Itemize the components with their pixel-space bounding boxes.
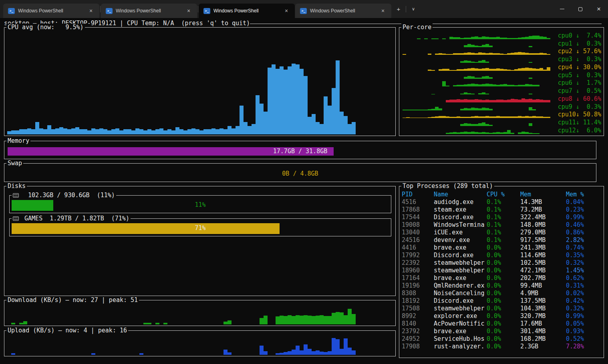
tab-close-icon[interactable]: ×	[86, 6, 96, 16]
core-label: cpu9 ↓ 0.3%	[558, 104, 601, 110]
cell-mem: 472.1MB	[520, 267, 566, 274]
cell-mem: 73.2MB	[520, 206, 566, 214]
download-title: Download (KB/s) — now: 27 | peak: 51	[6, 296, 139, 304]
core-sparkline	[403, 33, 550, 39]
cell-memp: 0.32%	[566, 305, 602, 312]
tab-close-icon[interactable]: ×	[183, 6, 194, 16]
core-label: cpu6 ↓ 1.7%	[558, 80, 601, 86]
core-label: cpu11↓ 11.4%	[558, 119, 601, 126]
cell-name: ServiceHub.Hos	[434, 335, 487, 343]
tab-strip: >_ Windows PowerShell × >_ Windows Power…	[0, 0, 392, 18]
core-label: cpu1 ↓ 0.3%	[558, 40, 601, 47]
cell-pid: 24952	[402, 335, 434, 343]
cell-mem: 99.4MB	[520, 282, 566, 290]
disk-games-header: GAMES 1.29TB / 1.82TB (71%)	[12, 215, 131, 222]
cell-pid: 18960	[402, 267, 434, 274]
cell-memp: 0.04%	[566, 198, 602, 206]
tab-close-icon[interactable]: ×	[378, 6, 388, 16]
cell-pid: 13040	[402, 229, 434, 236]
tab-windows-powershell-4[interactable]: >_ Windows PowerShell ×	[295, 4, 391, 18]
cell-memp: 0.99%	[566, 312, 602, 320]
tab-separator	[406, 6, 406, 12]
swap-bar: 0B / 4.8GB	[8, 170, 593, 178]
column-header: CPU %	[487, 191, 520, 198]
cell-name: rust-analyzer.	[434, 343, 487, 350]
cell-mem: 301.4MB	[520, 328, 566, 335]
cell-pid: 24516	[402, 236, 434, 244]
tab-label: Windows PowerShell	[18, 8, 83, 14]
per-core-panel: Per-core cpu0 ↓ 7.4%cpu1 ↓ 0.3%cpu2 ↓ 57…	[399, 27, 604, 136]
maximize-button[interactable]	[571, 0, 590, 18]
core-label: cpu0 ↓ 7.4%	[558, 32, 601, 39]
cell-mem: 4.9MB	[520, 290, 566, 297]
table-row: 19196QmlRenderer.ex0.0%99.4MB0.31%	[402, 282, 602, 290]
cell-cpu: 0.0%	[487, 320, 520, 328]
core-row: cpu1 ↓ 0.3%	[403, 39, 601, 47]
table-row: 18960steamwebhelper0.0%472.1MB1.45%	[402, 267, 602, 274]
cell-memp: 2.82%	[566, 236, 602, 244]
cell-name: iCUE.exe	[434, 229, 487, 236]
cell-cpu: 0.0%	[487, 259, 520, 267]
cell-pid: 23792	[402, 328, 434, 335]
core-label: cpu2 ↓ 57.6%	[558, 48, 601, 55]
tab-label: Windows PowerShell	[310, 8, 374, 14]
cell-mem: 322.4MB	[520, 214, 566, 221]
tab-dropdown-button[interactable]: ∨	[407, 2, 420, 16]
core-label: cpu12↓ 6.0%	[558, 127, 601, 134]
cell-pid: 17908	[402, 343, 434, 350]
core-row: cpu0 ↓ 7.4%	[403, 31, 601, 39]
disk-c-usage-text: 102.3GB / 930.6GB (11%)	[21, 192, 115, 199]
cell-cpu: 0.0%	[487, 274, 520, 282]
cell-memp: 0.35%	[566, 252, 602, 259]
download-history-chart	[7, 304, 393, 324]
minimize-button[interactable]	[553, 0, 571, 18]
cell-pid: 17868	[402, 206, 434, 214]
new-tab-button[interactable]: +	[392, 2, 405, 16]
core-row: cpu12↓ 6.0%	[403, 126, 601, 134]
tab-windows-powershell-2[interactable]: >_ Windows PowerShell ×	[101, 4, 197, 18]
upload-title: Upload (KB/s) — now: 4 | peak: 16	[6, 327, 128, 334]
terminal-viewport[interactable]: socktop — host: DESKTOP-9P19121 | CPU Te…	[0, 18, 608, 364]
close-window-button[interactable]: ×	[590, 0, 608, 18]
cell-pid: 8308	[402, 290, 434, 297]
core-label: cpu3 ↓ 0.3%	[558, 56, 601, 63]
table-row: 13040iCUE.exe0.1%279.0MB0.86%	[402, 229, 602, 236]
drive-icon	[13, 216, 19, 221]
disks-title: Disks	[6, 182, 27, 190]
cell-cpu: 0.0%	[487, 244, 520, 252]
cell-memp: 0.62%	[566, 274, 602, 282]
upload-history-chart	[7, 334, 393, 355]
core-label: cpu8 ↓ 60.6%	[558, 96, 601, 102]
minimize-icon	[560, 9, 564, 9]
cell-cpu: 0.1%	[487, 221, 520, 229]
cell-memp: 7.28%	[566, 343, 602, 350]
core-row: cpu2 ↓ 57.6%	[403, 47, 601, 55]
drive-icon	[13, 193, 19, 198]
disk-c-bar: 11%	[12, 200, 389, 211]
core-row: cpu9 ↓ 0.3%	[403, 102, 601, 110]
tab-close-icon[interactable]: ×	[281, 6, 292, 16]
core-sparkline	[403, 48, 550, 55]
core-row: cpu6 ↓ 1.7%	[403, 79, 601, 87]
cell-name: AcPowerNotific	[434, 320, 487, 328]
cell-memp: 0.42%	[566, 297, 602, 305]
cell-mem: 2.3GB	[520, 343, 566, 350]
cell-cpu: 0.0%	[487, 290, 520, 297]
top-processes-panel: Top Processes (289 total) PIDNameCPU %Me…	[399, 186, 604, 358]
cell-memp: 0.93%	[566, 328, 602, 335]
tab-separator	[198, 6, 198, 12]
cell-pid: 19008	[402, 221, 434, 229]
cell-memp: 0.02%	[566, 290, 602, 297]
cell-mem: 202.7MB	[520, 274, 566, 282]
cell-mem: 241.3MB	[520, 244, 566, 252]
swap-title: Swap	[6, 160, 23, 167]
tab-windows-powershell-3-active[interactable]: >_ Windows PowerShell ×	[199, 4, 295, 18]
cell-memp: 0.74%	[566, 244, 602, 252]
cell-name: QmlRenderer.ex	[434, 282, 487, 290]
memory-title: Memory	[6, 137, 30, 145]
table-row: 19008WindowsTermina0.1%148.0MB0.46%	[402, 221, 602, 229]
memory-usage-text: 17.7GB / 31.8GB	[8, 148, 593, 155]
cpu-history-chart	[7, 32, 393, 134]
tab-windows-powershell-1[interactable]: >_ Windows PowerShell ×	[3, 4, 99, 18]
cell-name: steamwebhelper	[434, 305, 487, 312]
